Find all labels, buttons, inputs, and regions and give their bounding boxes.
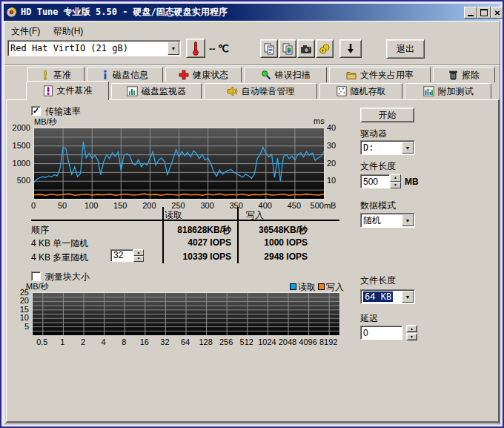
sequential-read-value: 818628KB/秒 [165, 224, 231, 237]
drive-label: 驱动器 [360, 128, 387, 140]
chevron-down-icon[interactable]: ▼ [168, 42, 179, 55]
sequential-write-value: 36548KB/秒 [242, 224, 308, 237]
minimize-button[interactable] [464, 7, 477, 19]
drive-select-value: Red Hat VirtIO (21 gB) [8, 41, 180, 56]
folder-icon [346, 70, 357, 80]
trash-icon [448, 70, 458, 80]
axis-tick-label: 200 [134, 201, 164, 210]
file-length-label: 文件长度 [360, 160, 396, 173]
health-cross-icon [179, 70, 189, 80]
block-file-length-dropdown[interactable]: 64 KB ▼ [360, 289, 415, 304]
queue-depth-stepper[interactable]: 32 [110, 249, 133, 262]
title-bar[interactable]: HD Tune 专业版 5.50 - 硬盘/固态硬盘实用程序 ✕ [4, 4, 500, 21]
axis-tick-label: 0 [19, 201, 48, 210]
axis-tick-label: 150 [105, 201, 135, 210]
tab-label: 文件夹占用率 [360, 69, 414, 82]
menu-help[interactable]: 帮助(H) [48, 23, 89, 40]
tab-health[interactable]: 健康状态 [165, 67, 242, 82]
tab-benchmark[interactable]: 基准 [27, 67, 84, 82]
tab-aam[interactable]: 自动噪音管理 [204, 83, 317, 99]
transfer-rate-checkbox[interactable]: ✓ [31, 106, 41, 116]
copy-text-button[interactable] [260, 39, 278, 58]
chart1-y-right-title: ms [314, 116, 325, 125]
tab-random-access[interactable]: 随机存取 [319, 83, 402, 99]
tab-folder-usage[interactable]: 文件夹占用率 [329, 67, 431, 82]
file-length-unit: MB [405, 177, 419, 187]
tab-file-benchmark[interactable]: 文件基准 [26, 81, 109, 100]
purchase-button[interactable] [316, 39, 334, 58]
maximize-button[interactable] [477, 7, 491, 19]
axis-tick-label: 10 [4, 313, 29, 322]
tab-erase[interactable]: 擦除 [433, 67, 495, 82]
axis-tick-label: 5 [4, 322, 29, 331]
chevron-down-icon[interactable]: ▼ [402, 214, 414, 226]
delay-field[interactable]: 0 [360, 326, 402, 340]
tab-disk-info[interactable]: 磁盘信息 [87, 67, 163, 82]
copy-image-icon [282, 43, 294, 55]
chart2-y-title: MB/秒 [26, 281, 49, 292]
info-icon [102, 70, 109, 80]
axis-tick-label: 10 [327, 176, 336, 185]
table-divider [237, 207, 239, 263]
axis-tick-label: 30 [327, 141, 336, 150]
hdtune-window: HD Tune 专业版 5.50 - 硬盘/固态硬盘实用程序 ✕ 文件(F) 帮… [0, 0, 504, 428]
copy-image-button[interactable] [279, 39, 296, 58]
exit-button[interactable]: 退出 [386, 39, 425, 59]
data-mode-label: 数据模式 [360, 200, 396, 212]
speaker-icon [227, 86, 238, 96]
block-size-checkbox[interactable] [31, 271, 41, 281]
axis-tick-label: 450 [279, 201, 309, 210]
chevron-down-icon[interactable]: ▼ [402, 291, 414, 303]
chevron-down-icon[interactable]: ▼ [402, 142, 414, 154]
start-button[interactable]: 开始 [360, 108, 414, 122]
drive-select[interactable]: Red Hat VirtIO (21 gB) ▼ [7, 40, 181, 56]
window-title: HD Tune 专业版 5.50 - 硬盘/固态硬盘实用程序 [21, 6, 228, 19]
tab-extra-tests[interactable]: 附加测试 [405, 83, 491, 99]
tab-label: 基准 [53, 69, 71, 82]
row-4k-multi-label: 4 KB 多重随机 [31, 251, 88, 264]
axis-tick-label: 300 [193, 201, 222, 210]
axis-tick-label: 350 [222, 201, 251, 210]
write-legend-swatch [318, 283, 325, 290]
tab-label: 擦除 [462, 69, 480, 82]
menu-file[interactable]: 文件(F) [6, 23, 45, 40]
queue-depth-spin-buttons[interactable]: ▲ ▼ [133, 249, 144, 262]
axis-tick-label: 500mB [308, 201, 338, 210]
axis-tick-label: 15 [4, 305, 29, 314]
file-length-value: 500 [363, 177, 378, 187]
bar-chart-icon [127, 86, 138, 96]
file-benchmark-icon [43, 85, 53, 96]
down-arrow-icon [345, 42, 357, 56]
file-length-field[interactable]: 500 [360, 174, 390, 188]
axis-tick-label: 8192 [316, 338, 340, 346]
tab-error-scan[interactable]: 错误扫描 [244, 67, 327, 82]
screenshot-button[interactable] [297, 39, 315, 58]
axis-tick-label: 40 [327, 123, 336, 132]
close-button[interactable]: ✕ [491, 7, 504, 19]
thermometer-icon [191, 41, 200, 56]
spin-up-icon[interactable]: ▲ [133, 249, 144, 256]
tab-label: 随机存取 [351, 85, 386, 98]
axis-tick-label: 1500 [4, 141, 30, 150]
tab-label: 磁盘信息 [113, 69, 148, 82]
exit-button-label: 退出 [397, 43, 414, 56]
temperature-button[interactable] [186, 39, 205, 58]
tab-label: 附加测试 [438, 85, 474, 98]
axis-tick-label: 250 [164, 201, 193, 210]
menu-bar: 文件(F) 帮助(H) [6, 23, 498, 37]
data-mode-dropdown[interactable]: 随机 ▼ [360, 213, 415, 228]
spin-up-icon[interactable]: ▲ [390, 174, 401, 182]
file-length2-label: 文件长度 [360, 274, 396, 287]
spin-down-icon[interactable]: ▼ [133, 256, 144, 263]
delay-down-button[interactable]: ▼ [406, 333, 417, 340]
save-results-button[interactable] [339, 39, 362, 58]
toolbar-separator-highlight [4, 65, 500, 66]
random-dots-icon [336, 86, 347, 96]
tab-disk-monitor[interactable]: 磁盘监视器 [111, 83, 202, 99]
drive-dropdown[interactable]: D: ▼ [360, 140, 415, 155]
spin-down-icon[interactable]: ▼ [390, 182, 401, 189]
start-button-label: 开始 [379, 109, 397, 122]
delay-up-button[interactable]: ▲ [406, 325, 417, 332]
close-icon: ✕ [494, 9, 500, 17]
file-length-spin-buttons[interactable]: ▲ ▼ [390, 174, 401, 188]
